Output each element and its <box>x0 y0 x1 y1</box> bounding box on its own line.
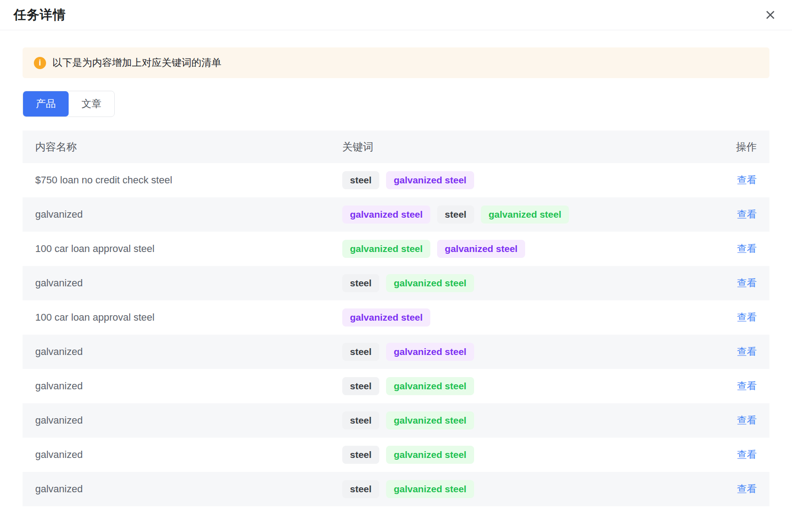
keyword-tag-gray: steel <box>342 274 379 292</box>
content-name: $750 loan no credit check steel <box>23 174 342 186</box>
view-link[interactable]: 查看 <box>737 346 757 357</box>
keyword-list: steelgalvanized steel <box>342 446 702 464</box>
content-name: galvanized <box>23 483 342 495</box>
view-link[interactable]: 查看 <box>737 209 757 220</box>
column-header-keywords: 关键词 <box>342 140 702 154</box>
keyword-list: steelgalvanized steel <box>342 377 702 395</box>
content-name: galvanized <box>23 380 342 392</box>
keyword-tag-gray: steel <box>342 171 379 189</box>
tab-products[interactable]: 产品 <box>23 91 69 117</box>
column-header-action: 操作 <box>702 140 769 154</box>
keyword-list: galvanized steel <box>342 308 702 327</box>
action-cell: 查看 <box>702 345 769 359</box>
action-cell: 查看 <box>702 242 769 256</box>
close-x-glyph <box>764 8 777 22</box>
keyword-list: galvanized steelgalvanized steel <box>342 240 702 258</box>
table-row: galvanized steelgalvanized steel 查看 <box>23 438 769 472</box>
info-banner: i 以下是为内容增加上对应关键词的清单 <box>23 47 769 78</box>
action-cell: 查看 <box>702 414 769 427</box>
keyword-list: galvanized steelsteelgalvanized steel <box>342 205 702 224</box>
keyword-tag-gray: steel <box>342 480 379 498</box>
table-row: galvanized steelgalvanized steel 查看 <box>23 266 769 300</box>
view-link[interactable]: 查看 <box>737 449 757 460</box>
tab-articles[interactable]: 文章 <box>69 91 114 117</box>
keyword-tag-green: galvanized steel <box>386 480 474 498</box>
action-cell: 查看 <box>702 448 769 462</box>
modal-body: i 以下是为内容增加上对应关键词的清单 产品 文章 内容名称 关键词 操作 $7… <box>0 30 792 506</box>
keyword-list: steelgalvanized steel <box>342 411 702 429</box>
content-name: 100 car loan approval steel <box>23 312 342 323</box>
keyword-tag-gray: steel <box>342 446 379 464</box>
action-cell: 查看 <box>702 482 769 496</box>
content-name: 100 car loan approval steel <box>23 243 342 255</box>
content-name: galvanized <box>23 346 342 358</box>
keyword-tag-gray: steel <box>342 377 379 395</box>
keyword-tag-gray: steel <box>342 343 379 361</box>
tab-group: 产品 文章 <box>23 91 115 117</box>
keyword-tag-purple: galvanized steel <box>342 308 430 327</box>
action-cell: 查看 <box>702 208 769 221</box>
content-name: galvanized <box>23 415 342 426</box>
table-row: galvanized steelgalvanized steel 查看 <box>23 472 769 506</box>
content-name: galvanized <box>23 277 342 289</box>
view-link[interactable]: 查看 <box>737 312 757 323</box>
table-row: 100 car loan approval steel galvanized s… <box>23 300 769 335</box>
keyword-tag-green: galvanized steel <box>481 205 569 224</box>
keyword-tag-purple: galvanized steel <box>437 240 525 258</box>
table-row: galvanized galvanized steelsteelgalvaniz… <box>23 197 769 232</box>
keyword-tag-green: galvanized steel <box>386 377 474 395</box>
table-row: galvanized steelgalvanized steel 查看 <box>23 335 769 369</box>
content-name: galvanized <box>23 209 342 220</box>
info-banner-text: 以下是为内容增加上对应关键词的清单 <box>52 56 221 70</box>
table-row: 100 car loan approval steel galvanized s… <box>23 232 769 266</box>
table-header: 内容名称 关键词 操作 <box>23 131 769 163</box>
view-link[interactable]: 查看 <box>737 483 757 495</box>
column-header-name: 内容名称 <box>23 140 342 154</box>
view-link[interactable]: 查看 <box>737 243 757 254</box>
table-row: galvanized steelgalvanized steel 查看 <box>23 403 769 438</box>
keyword-list: steelgalvanized steel <box>342 480 702 498</box>
keyword-tag-green: galvanized steel <box>386 274 474 292</box>
close-icon[interactable] <box>762 7 778 23</box>
table-row: galvanized steelgalvanized steel 查看 <box>23 369 769 403</box>
action-cell: 查看 <box>702 379 769 393</box>
content-name: galvanized <box>23 449 342 461</box>
keyword-tag-green: galvanized steel <box>386 446 474 464</box>
view-link[interactable]: 查看 <box>737 277 757 289</box>
modal-header: 任务详情 <box>0 0 792 30</box>
action-cell: 查看 <box>702 311 769 324</box>
action-cell: 查看 <box>702 276 769 290</box>
keyword-list: steelgalvanized steel <box>342 171 702 189</box>
view-link[interactable]: 查看 <box>737 174 757 186</box>
info-icon: i <box>34 57 46 69</box>
keyword-tag-purple: galvanized steel <box>386 343 474 361</box>
keyword-list: steelgalvanized steel <box>342 343 702 361</box>
view-link[interactable]: 查看 <box>737 415 757 426</box>
keyword-tag-purple: galvanized steel <box>342 205 430 224</box>
page-title: 任务详情 <box>14 6 66 23</box>
keywords-table: 内容名称 关键词 操作 $750 loan no credit check st… <box>23 131 769 506</box>
keyword-tag-green: galvanized steel <box>342 240 430 258</box>
task-detail-modal: 任务详情 i 以下是为内容增加上对应关键词的清单 产品 文章 内容名称 关键词 … <box>0 0 792 506</box>
keyword-tag-gray: steel <box>342 411 379 429</box>
action-cell: 查看 <box>702 173 769 187</box>
keyword-tag-green: galvanized steel <box>386 411 474 429</box>
table-row: $750 loan no credit check steel steelgal… <box>23 163 769 197</box>
table-body: $750 loan no credit check steel steelgal… <box>23 163 769 506</box>
keyword-tag-gray: steel <box>437 205 474 224</box>
keyword-list: steelgalvanized steel <box>342 274 702 292</box>
keyword-tag-purple: galvanized steel <box>386 171 474 189</box>
view-link[interactable]: 查看 <box>737 380 757 392</box>
